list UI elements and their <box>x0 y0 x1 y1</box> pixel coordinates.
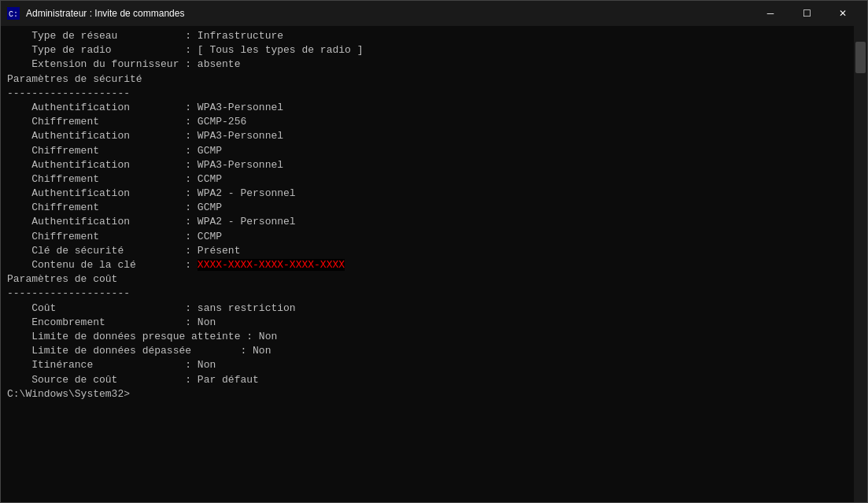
scrollbar-thumb[interactable] <box>855 42 866 73</box>
line-1: Type de réseau : Infrastructure <box>7 29 848 43</box>
line-20: Paramètres de coût <box>7 272 848 287</box>
minimize-button[interactable]: ─ <box>752 1 789 26</box>
line-17: Clé de sécurité : Présent <box>7 244 848 258</box>
line-13: Authentification : WPA2 - Personnel <box>7 187 848 201</box>
line-11: Authentification : WPA3-Personnel <box>7 158 848 172</box>
line-9: Authentification : WPA3-Personnel <box>7 129 848 143</box>
line-15: Authentification : WPA2 - Personnel <box>7 215 848 229</box>
line-18: Contenu de la clé : XXXX-XXXX-XXXX-XXXX-… <box>7 258 848 272</box>
scrollbar-track[interactable] <box>854 26 867 502</box>
line-10: Chiffrement : GCMP <box>7 144 848 158</box>
line-21: -------------------- <box>7 287 848 301</box>
prompt-line[interactable]: C:\Windows\System32> <box>7 387 848 401</box>
line-22: Coût : sans restriction <box>7 301 848 316</box>
console-output[interactable]: Type de réseau : Infrastructure Type de … <box>1 26 854 502</box>
line-5: Paramètres de sécurité <box>7 72 848 87</box>
line-8: Chiffrement : GCMP-256 <box>7 115 848 129</box>
title-bar-controls: ─ ☐ ✕ <box>752 1 861 26</box>
title-bar-left: C: Administrateur : Invite de commandes <box>7 7 184 20</box>
line-14: Chiffrement : GCMP <box>7 201 848 215</box>
line-12: Chiffrement : CCMP <box>7 172 848 187</box>
window-title: Administrateur : Invite de commandes <box>26 8 184 19</box>
line-27: Source de coût : Par défaut <box>7 373 848 387</box>
svg-text:C:: C: <box>9 10 18 19</box>
line-6: -------------------- <box>7 87 848 101</box>
secret-key: XXXX-XXXX-XXXX-XXXX-XXXX <box>198 259 345 271</box>
line-7: Authentification : WPA3-Personnel <box>7 101 848 115</box>
line-25: Limite de données dépassée : Non <box>7 344 848 358</box>
close-button[interactable]: ✕ <box>825 1 861 26</box>
line-2: Type de radio : [ Tous les types de radi… <box>7 43 848 57</box>
cmd-icon: C: <box>7 7 20 20</box>
line-24: Limite de données presque atteinte : Non <box>7 330 848 344</box>
maximize-button[interactable]: ☐ <box>789 1 825 26</box>
title-bar: C: Administrateur : Invite de commandes … <box>1 1 867 26</box>
scrollbar-container: Type de réseau : Infrastructure Type de … <box>1 26 867 502</box>
line-3: Extension du fournisseur : absente <box>7 57 848 72</box>
cmd-window: C: Administrateur : Invite de commandes … <box>0 0 868 503</box>
line-23: Encombrement : Non <box>7 316 848 330</box>
line-16: Chiffrement : CCMP <box>7 230 848 244</box>
line-26: Itinérance : Non <box>7 358 848 372</box>
